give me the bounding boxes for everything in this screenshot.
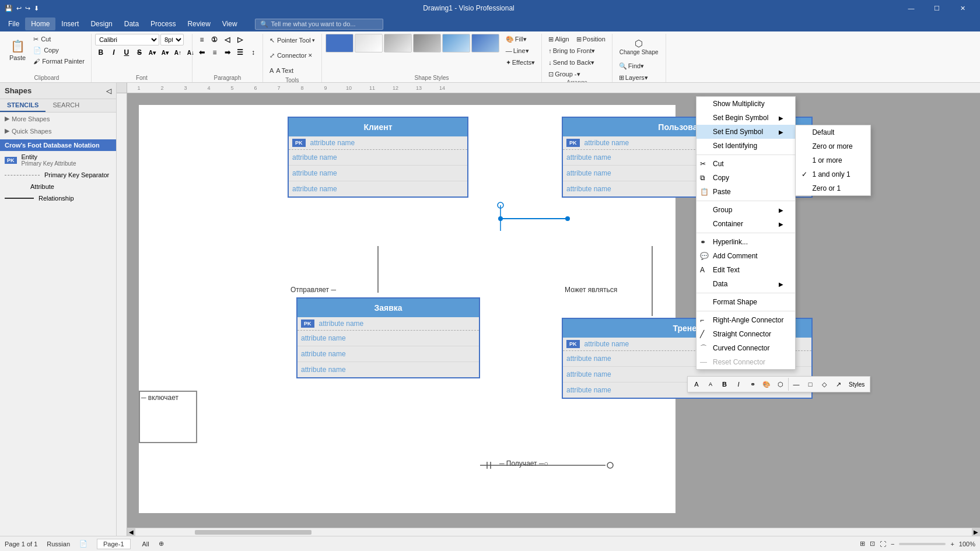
pk-separator-stencil-item[interactable]: Primary Key Separator [0,169,116,181]
view-normal-icon[interactable]: ⊞ [860,540,865,548]
data-item[interactable]: Data ▶ [696,277,795,291]
zoom-level[interactable]: 100% [959,541,975,548]
float-rect-btn[interactable]: □ [804,378,817,391]
find-button[interactable]: 🔍 Find▾ [616,61,647,71]
view-fit-icon[interactable]: ⊡ [870,540,875,548]
format-shape-item[interactable]: Format Shape [696,295,795,309]
save-icon[interactable]: 💾 [5,5,13,12]
scroll-right-btn[interactable]: ▶ [972,528,980,536]
increase-font[interactable]: A↑ [172,47,184,58]
view-fullscreen-icon[interactable]: ⛶ [880,541,886,548]
float-styles-btn[interactable]: Styles [846,378,867,391]
cut-menu-item[interactable]: ✂ Cut [696,157,795,171]
shape-style-1[interactable] [326,34,354,52]
font-color-button[interactable]: A▾ [146,47,158,58]
shape-style-6[interactable] [471,34,499,52]
float-line-btn[interactable]: — [790,378,803,391]
align-left[interactable]: ⬅ [196,47,208,58]
group-button[interactable]: ⊡ Group -▾ [545,69,583,79]
change-shape-button[interactable]: ⬡ Change Shape [616,34,662,59]
justify[interactable]: ☰ [235,47,246,58]
all-pages[interactable]: All [142,541,149,548]
send-to-back-button[interactable]: ↓ Send to Back▾ [545,57,597,68]
numbering-button[interactable]: ① [209,34,220,45]
more-shapes-section[interactable]: ▶ More Shapes [0,113,116,125]
font-name-select[interactable]: Calibri [95,34,159,45]
stencils-tab[interactable]: STENCILS [0,99,46,112]
line-spacing[interactable]: ↕ [247,47,259,58]
edit-text-item[interactable]: A Edit Text [696,263,795,277]
sidebar-collapse-icon[interactable]: ◁ [106,87,111,95]
float-diamond-btn[interactable]: ◇ [818,378,831,391]
position-button[interactable]: ⊞ Position [573,34,608,44]
strikethrough-button[interactable]: S [134,47,145,58]
menu-process[interactable]: Process [145,17,181,30]
zero-or-one-item[interactable]: Zero or 1 [796,181,870,195]
close-button[interactable]: ✕ [950,0,975,16]
shape-style-3[interactable] [384,34,412,52]
container-item[interactable]: Container ▶ [696,217,795,231]
text-button[interactable]: A A Text [267,64,296,77]
bullets-button[interactable]: ≡ [196,34,208,45]
zoom-in-icon[interactable]: + [950,541,954,548]
shape-style-5[interactable] [442,34,470,52]
shape-style-4[interactable] [413,34,441,52]
set-identifying-item[interactable]: Set Identifying [696,139,795,153]
canvas[interactable]: Клиент PK attribute name attribute name … [127,93,980,536]
fill-button[interactable]: 🎨 Fill▾ [503,34,538,44]
bold-button[interactable]: B [95,47,107,58]
copy-menu-item[interactable]: ⧉ Copy [696,171,795,185]
align-center[interactable]: ≡ [209,47,220,58]
add-comment-item[interactable]: 💬 Add Comment [696,249,795,263]
increase-indent[interactable]: ▷ [235,34,246,45]
add-page-icon[interactable]: ⊕ [159,540,164,548]
connector-button[interactable]: ⤢ Connector ✕ [267,49,316,62]
copy-button[interactable]: 📄 Copy [30,45,88,55]
attribute-stencil-item[interactable]: Attribute [0,181,116,192]
default-item[interactable]: Default [796,125,870,139]
entity-klient[interactable]: Клиент PK attribute name attribute name … [288,117,468,198]
undo-icon[interactable]: ↩ [16,5,22,12]
menu-home[interactable]: Home [25,17,55,30]
paste-button[interactable]: 📋 Paste [6,34,29,66]
menu-insert[interactable]: Insert [55,17,85,30]
search-box[interactable]: 🔍 Tell me what you want to do... [255,19,383,30]
entity-zayavka[interactable]: Заявка PK attribute name attribute name … [296,297,480,378]
format-painter-button[interactable]: 🖌 Format Painter [30,56,88,66]
show-multiplicity-item[interactable]: Show Multiplicity [696,97,795,111]
one-or-more-item[interactable]: 1 or more [796,153,870,167]
menu-view[interactable]: View [216,17,243,30]
straight-connector-item[interactable]: ╱ Straight Connector [696,327,795,341]
stencil-group[interactable]: Crow's Foot Database Notation [0,139,116,151]
window-controls[interactable]: — ☐ ✕ [898,0,975,16]
h-scrollbar-track[interactable] [136,530,971,535]
right-angle-connector-item[interactable]: ⌐ Right-Angle Connector [696,313,795,327]
cut-button[interactable]: ✂ Cut [30,34,88,44]
quick-access[interactable]: 💾 ↩ ↪ ⬇ [5,5,39,12]
menu-design[interactable]: Design [85,17,118,30]
float-font-btn[interactable]: A [690,378,703,391]
italic-button[interactable]: I [108,47,120,58]
bring-to-front-button[interactable]: ↑ Bring to Front▾ [545,45,598,56]
float-shape-btn[interactable]: ⬡ [774,378,787,391]
align-button[interactable]: ⊞ Align [545,34,572,44]
entity-stencil-item[interactable]: PK Entity Primary Key Attribute [0,151,116,169]
zero-or-more-item[interactable]: Zero or more [796,139,870,153]
float-arrow-btn[interactable]: ↗ [832,378,845,391]
effects-button[interactable]: ✦ Effects▾ [503,57,538,68]
font-size-select[interactable]: 8pt [160,34,184,45]
line-button[interactable]: — Line▾ [503,45,538,56]
decrease-indent[interactable]: ◁ [222,34,233,45]
page-tab[interactable]: Page-1 [97,539,130,549]
float-font-size-btn[interactable]: A [704,378,717,391]
zoom-out-icon[interactable]: − [891,541,894,548]
pointer-tool-button[interactable]: ↖ Pointer Tool ▾ [267,34,318,47]
set-begin-symbol-item[interactable]: Set Begin Symbol ▶ [696,111,795,125]
highlight-button[interactable]: A▾ [159,47,171,58]
paste-menu-item[interactable]: 📋 Paste [696,185,795,199]
shape-style-2[interactable] [355,34,383,52]
align-right[interactable]: ➡ [222,47,233,58]
underline-button[interactable]: U [121,47,132,58]
zoom-slider[interactable] [899,543,946,545]
float-italic-btn[interactable]: I [732,378,745,391]
